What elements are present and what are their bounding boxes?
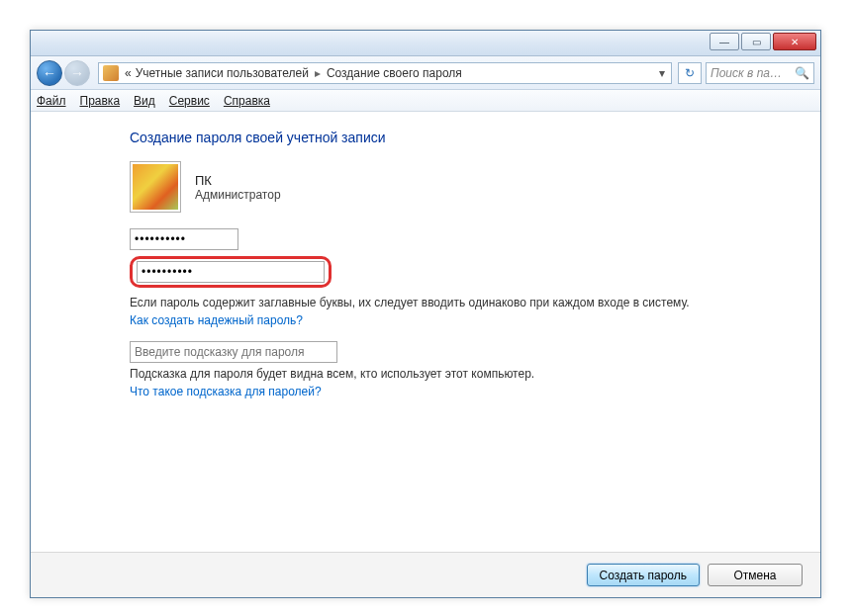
- menu-bar: Файл Правка Вид Сервис Справка: [31, 90, 820, 112]
- user-name: ПК: [195, 173, 281, 188]
- cancel-button[interactable]: Отмена: [708, 564, 803, 586]
- avatar-image: [133, 164, 178, 210]
- create-password-button[interactable]: Создать пароль: [587, 564, 700, 586]
- footer-buttons: Создать пароль Отмена: [31, 552, 820, 597]
- confirm-password-field[interactable]: [137, 261, 325, 283]
- search-placeholder: Поиск в па…: [711, 66, 782, 80]
- strong-password-link[interactable]: Как создать надежный пароль?: [130, 313, 704, 327]
- search-input[interactable]: Поиск в па… 🔍: [706, 62, 814, 84]
- avatar: [130, 161, 181, 213]
- maximize-button[interactable]: ▭: [741, 33, 771, 50]
- menu-file[interactable]: Файл: [37, 94, 66, 108]
- new-password-field[interactable]: [130, 228, 238, 250]
- close-button[interactable]: ✕: [773, 33, 816, 50]
- menu-edit[interactable]: Правка: [80, 94, 121, 108]
- breadcrumb[interactable]: « Учетные записи пользователей ▸ Создани…: [98, 62, 672, 84]
- forward-button[interactable]: →: [64, 60, 90, 86]
- password-hint-field[interactable]: [130, 341, 337, 363]
- minimize-button[interactable]: —: [710, 33, 739, 50]
- control-panel-window: — ▭ ✕ ← → « Учетные записи пользователей…: [30, 30, 821, 598]
- navigation-bar: ← → « Учетные записи пользователей ▸ Соз…: [31, 56, 820, 90]
- caps-lock-note: Если пароль содержит заглавные буквы, их…: [130, 296, 704, 309]
- user-info: ПК Администратор: [130, 161, 820, 213]
- breadcrumb-prefix: «: [123, 66, 134, 80]
- confirm-password-highlight: [130, 256, 332, 288]
- refresh-button[interactable]: ↻: [678, 62, 702, 84]
- hint-visibility-note: Подсказка для пароля будет видна всем, к…: [130, 367, 704, 381]
- user-role: Администратор: [195, 188, 281, 202]
- back-button[interactable]: ←: [37, 60, 62, 86]
- search-icon: 🔍: [795, 66, 809, 80]
- content-area: Создание пароля своей учетной записи ПК …: [31, 112, 820, 552]
- breadcrumb-dropdown[interactable]: ▾: [653, 66, 671, 80]
- what-is-hint-link[interactable]: Что такое подсказка для паролей?: [130, 385, 704, 398]
- page-title: Создание пароля своей учетной записи: [130, 130, 820, 145]
- chevron-right-icon: ▸: [311, 66, 325, 80]
- breadcrumb-user-accounts[interactable]: Учетные записи пользователей: [134, 66, 311, 80]
- breadcrumb-create-password[interactable]: Создание своего пароля: [325, 66, 464, 80]
- menu-view[interactable]: Вид: [134, 94, 155, 108]
- menu-tools[interactable]: Сервис: [169, 94, 210, 108]
- titlebar: — ▭ ✕: [31, 31, 820, 56]
- menu-help[interactable]: Справка: [224, 94, 270, 108]
- control-panel-icon: [103, 65, 119, 81]
